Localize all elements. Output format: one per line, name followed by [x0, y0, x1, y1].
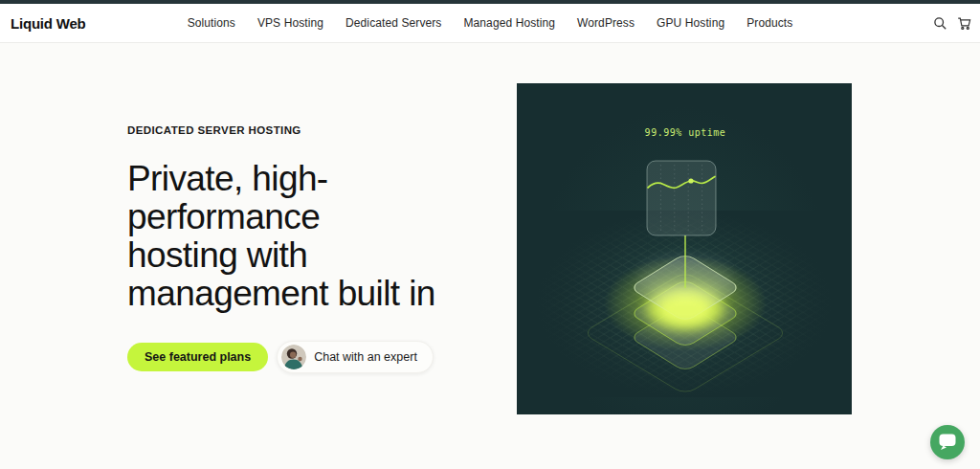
- logo[interactable]: Liquid Web: [11, 15, 86, 32]
- hero-copy: DEDICATED SERVER HOSTING Private, high- …: [127, 124, 510, 373]
- nav-item-dedicated-servers[interactable]: Dedicated Servers: [345, 16, 441, 30]
- nav-item-vps-hosting[interactable]: VPS Hosting: [257, 16, 323, 30]
- sparkline-point: [688, 178, 693, 183]
- see-featured-plans-button[interactable]: See featured plans: [127, 343, 268, 371]
- chat-with-expert-button[interactable]: Chat with an expert: [277, 341, 434, 373]
- main-nav: Solutions VPS Hosting Dedicated Servers …: [188, 16, 793, 30]
- cart-icon[interactable]: [956, 15, 971, 31]
- header-icon-group: [932, 15, 971, 31]
- cta-row: See featured plans Chat with an: [127, 341, 510, 373]
- chat-with-expert-label: Chat with an expert: [314, 350, 417, 364]
- headline-line: Private, high-: [127, 160, 510, 198]
- page-title: Private, high- performance hosting with …: [127, 160, 510, 313]
- chat-launcher-button[interactable]: [930, 425, 965, 459]
- nav-item-solutions[interactable]: Solutions: [188, 16, 235, 30]
- nav-item-wordpress[interactable]: WordPress: [577, 16, 635, 30]
- hero-section: DEDICATED SERVER HOSTING Private, high- …: [0, 43, 980, 468]
- expert-avatar: [281, 345, 306, 369]
- uptime-label: 99.99% uptime: [645, 127, 726, 138]
- chat-bubble-icon: [930, 424, 965, 461]
- nav-item-gpu-hosting[interactable]: GPU Hosting: [657, 16, 724, 30]
- nav-item-managed-hosting[interactable]: Managed Hosting: [463, 16, 555, 30]
- nav-item-products[interactable]: Products: [746, 16, 792, 30]
- search-icon[interactable]: [932, 15, 947, 31]
- site-header: Liquid Web Solutions VPS Hosting Dedicat…: [0, 4, 980, 43]
- headline-line: management built in: [127, 275, 510, 313]
- headline-line: performance: [127, 198, 510, 236]
- uptime-chart-panel: [647, 161, 716, 235]
- headline-line: hosting with: [127, 236, 510, 275]
- hero-illustration: 99.99% uptime: [517, 83, 852, 414]
- hero-eyebrow: DEDICATED SERVER HOSTING: [127, 124, 510, 136]
